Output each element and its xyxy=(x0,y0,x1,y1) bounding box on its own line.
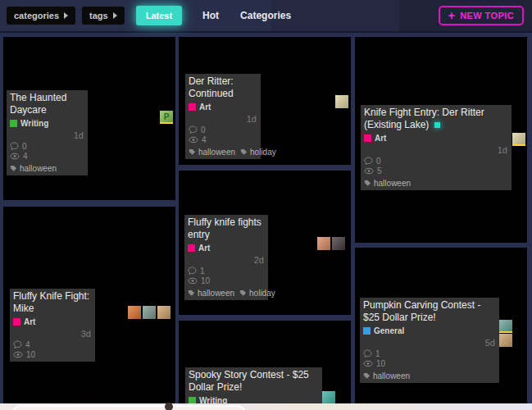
category-color-dot xyxy=(363,327,371,335)
tag-halloween[interactable]: halloween xyxy=(363,371,410,380)
tag-halloween[interactable]: halloween xyxy=(189,148,235,157)
topbar: categories tags Latest Hot Categories + … xyxy=(0,0,532,33)
tag-halloween[interactable]: halloween xyxy=(364,179,411,188)
reply-bubble-icon xyxy=(363,349,372,358)
views-count: 5 xyxy=(377,166,382,175)
category-badge[interactable]: Art xyxy=(364,133,507,143)
user-avatar[interactable] xyxy=(512,133,525,146)
category-name: Art xyxy=(24,317,35,326)
topic-card[interactable]: Der Ritter: Continued Art 1d 0 4 xyxy=(179,37,351,165)
poster-avatars xyxy=(128,306,171,319)
new-topic-button[interactable]: + NEW TOPIC xyxy=(439,6,524,25)
activity-time: 3d xyxy=(13,326,91,339)
user-avatar[interactable] xyxy=(157,306,171,319)
categories-dropdown[interactable]: categories xyxy=(7,7,75,25)
nav-tab-latest[interactable]: Latest xyxy=(136,6,182,25)
topic-overlay: Pumpkin Carving Contest - $25 Dollar Pri… xyxy=(360,298,499,383)
reply-bubble-icon xyxy=(189,125,198,134)
topic-card[interactable]: Knife Fight Entry: Der Ritter (Existing … xyxy=(355,37,527,243)
topic-title[interactable]: Pumpkin Carving Contest - $25 Dollar Pri… xyxy=(363,299,495,324)
topic-title[interactable]: Fluffy Knife Fight: Mike xyxy=(13,290,91,315)
views-row: 10 xyxy=(13,349,91,359)
topic-title[interactable]: Spooky Story Contest - $25 Dollar Prize! xyxy=(189,369,318,394)
reply-bubble-icon xyxy=(13,340,22,349)
views-count: 10 xyxy=(201,276,210,285)
replies-count: 1 xyxy=(200,266,205,276)
tag-holiday[interactable]: holiday xyxy=(240,148,276,157)
replies-count: 4 xyxy=(25,340,30,349)
category-badge[interactable]: Art xyxy=(188,243,264,253)
views-count: 4 xyxy=(202,135,207,144)
reply-bubble-icon xyxy=(364,157,373,166)
topic-title[interactable]: Der Ritter: Continued xyxy=(189,75,257,100)
peek-dot xyxy=(165,403,173,410)
topic-card[interactable]: Fluffy knife fights entry Art 2d 1 10 xyxy=(179,171,351,315)
activity-time: 1d xyxy=(189,112,257,125)
user-avatar[interactable] xyxy=(143,306,156,319)
category-color-dot xyxy=(189,103,196,111)
plus-icon: + xyxy=(448,11,456,20)
poster-avatars xyxy=(512,133,525,146)
category-color-dot xyxy=(188,244,195,252)
user-avatar[interactable] xyxy=(335,95,348,108)
tag-holiday[interactable]: holiday xyxy=(239,289,275,298)
topic-title-text: Knife Fight Entry: Der Ritter (Existing … xyxy=(364,107,484,130)
category-color-dot xyxy=(10,120,17,127)
topic-overlay: The Haunted Daycare Writing 1d 0 4 xyxy=(7,90,88,175)
views-count: 10 xyxy=(26,350,35,359)
peek-rounded-box xyxy=(12,405,246,410)
topic-overlay: Fluffy Knife Fight: Mike Art 3d 4 10 xyxy=(10,289,95,362)
tag-halloween[interactable]: halloween xyxy=(10,164,57,173)
views-row: 5 xyxy=(364,166,507,175)
topic-overlay: Fluffy knife fights entry Art 2d 1 10 xyxy=(184,215,268,300)
user-avatar[interactable] xyxy=(499,334,512,347)
eye-icon xyxy=(363,360,373,367)
tags-dropdown[interactable]: tags xyxy=(82,7,125,25)
tag-label: halloween xyxy=(374,179,411,188)
views-row: 4 xyxy=(189,134,257,144)
category-badge[interactable]: General xyxy=(363,326,495,335)
reply-bubble-icon xyxy=(10,142,19,151)
tags-row: halloween holiday xyxy=(189,147,257,157)
topic-overlay: Der Ritter: Continued Art 1d 0 4 xyxy=(185,74,261,159)
activity-time: 1d xyxy=(364,143,507,156)
letter-avatar-p[interactable]: P xyxy=(160,111,173,124)
topic-title[interactable]: Knife Fight Entry: Der Ritter (Existing … xyxy=(364,107,507,131)
unread-indicator xyxy=(434,122,440,128)
poster-avatars xyxy=(317,237,345,250)
topic-card[interactable]: Pumpkin Carving Contest - $25 Dollar Pri… xyxy=(355,248,527,403)
tag-label: halloween xyxy=(198,289,234,298)
tag-label: holiday xyxy=(249,289,275,298)
replies-row: 1 xyxy=(363,348,495,358)
user-avatar[interactable] xyxy=(317,237,330,250)
user-avatar[interactable] xyxy=(128,306,141,319)
category-badge[interactable]: Writing xyxy=(10,118,84,128)
category-color-dot xyxy=(13,318,20,326)
views-count: 4 xyxy=(23,152,28,161)
replies-count: 0 xyxy=(22,142,27,151)
tag-halloween[interactable]: halloween xyxy=(188,289,234,298)
replies-row: 1 xyxy=(188,266,264,276)
category-badge[interactable]: Art xyxy=(13,317,91,326)
topic-card[interactable]: Spooky Story Contest - $25 Dollar Prize!… xyxy=(179,321,351,403)
tags-row: halloween holiday xyxy=(188,288,264,298)
topic-card[interactable]: The Haunted Daycare Writing 1d 0 4 xyxy=(3,37,175,200)
user-avatar[interactable] xyxy=(332,237,345,250)
nav-tab-hot[interactable]: Hot xyxy=(202,10,219,21)
user-avatar[interactable] xyxy=(499,320,512,333)
topic-title[interactable]: Fluffy knife fights entry xyxy=(188,216,264,241)
nav-tab-categories[interactable]: Categories xyxy=(240,10,291,21)
tag-icon xyxy=(363,372,371,380)
activity-time: 5d xyxy=(363,335,495,348)
views-row: 10 xyxy=(188,276,264,285)
replies-count: 0 xyxy=(201,125,206,134)
tag-icon xyxy=(239,289,247,297)
views-count: 10 xyxy=(376,359,385,368)
tag-icon xyxy=(189,148,196,156)
topic-title[interactable]: The Haunted Daycare xyxy=(10,92,84,116)
topic-card[interactable]: Fluffy Knife Fight: Mike Art 3d 4 10 xyxy=(3,207,175,403)
category-badge[interactable]: Art xyxy=(189,102,257,112)
tags-row: halloween xyxy=(364,178,507,188)
user-avatar[interactable] xyxy=(322,391,335,404)
tag-label: halloween xyxy=(373,371,410,380)
